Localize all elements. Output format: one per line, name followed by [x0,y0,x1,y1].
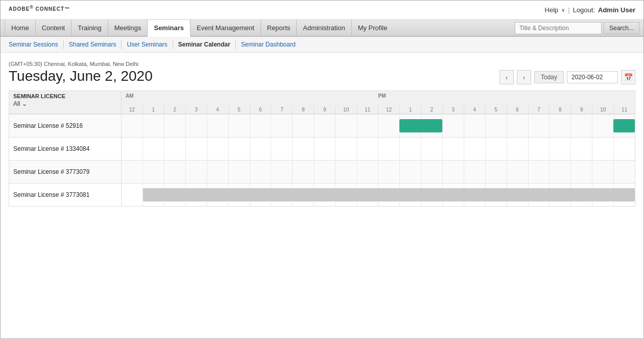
license-column-header: SEMINAR LICENCE All ⌄ [9,91,122,114]
time-slot-7: 7 [271,106,292,114]
time-slot-17: 5 [485,106,507,114]
table-row: Seminar License # 52916 [9,114,635,137]
table-row: Seminar License # 1334084 [9,137,635,160]
sub-seminar-dashboard[interactable]: Seminar Dashboard [236,40,301,49]
nav-content[interactable]: Content [36,20,72,36]
timeline-cell [122,184,635,206]
event-block[interactable] [613,119,635,132]
search-bar: Search... [515,22,639,34]
time-slot-5: 5 [228,106,250,114]
time-slot-1: 1 [142,106,164,114]
time-slot-15: 3 [442,106,464,114]
timeline-cell [122,161,635,183]
time-slot-2: 2 [164,106,185,114]
top-bar: ADOBE® CONNECT™ Help ∨ | Logout: Admin U… [1,1,643,20]
date-left: (GMT+05:30) Chennai, Kolkata, Mumbai, Ne… [9,61,153,84]
table-row: Seminar License # 3773081 [9,183,635,206]
nav-reports[interactable]: Reports [261,20,297,36]
date-header: (GMT+05:30) Chennai, Kolkata, Mumbai, Ne… [9,61,635,84]
nav-event-management[interactable]: Event Management [190,20,261,36]
nav-seminars[interactable]: Seminars [148,20,190,37]
separator-1: | [568,6,569,14]
sub-user-seminars[interactable]: User Seminars [122,40,173,49]
nav-my-profile[interactable]: My Profile [352,20,394,36]
time-slot-8: 8 [292,106,314,114]
time-slot-10: 10 [335,106,356,114]
time-slot-18: 6 [507,106,528,114]
time-slot-20: 8 [549,106,570,114]
sub-nav: Seminar Sessions Shared Seminars User Se… [1,37,643,53]
sub-seminar-sessions[interactable]: Seminar Sessions [9,40,64,49]
sub-shared-seminars[interactable]: Shared Seminars [64,40,122,49]
time-slot-22: 10 [592,106,613,114]
timezone-label: (GMT+05:30) Chennai, Kolkata, Mumbai, Ne… [9,61,153,67]
pm-label: PM [378,93,386,99]
am-label: AM [126,93,134,99]
nav-meetings[interactable]: Meetings [108,20,148,36]
today-button[interactable]: Today [534,71,564,83]
timeline-column-header: AM PM 12 1 2 3 4 5 6 7 [122,91,635,114]
license-cell: Seminar License # 3773081 [9,184,122,206]
time-slot-16: 4 [464,106,485,114]
time-slot-21: 9 [570,106,592,114]
calendar-header: SEMINAR LICENCE All ⌄ AM PM [9,91,635,114]
license-header-label: SEMINAR LICENCE [13,93,117,99]
time-slot-19: 7 [528,106,550,114]
logout-label: Logout: [573,6,595,14]
search-input[interactable] [515,22,602,34]
calendar-icon[interactable]: 📅 [621,70,635,84]
timeline-cell [122,138,635,160]
license-cell: Seminar License # 3773079 [9,161,122,183]
timeline-cell [122,115,635,137]
time-slot-4: 4 [207,106,228,114]
time-slot-12: 12 [378,106,399,114]
time-slot-6: 6 [250,106,271,114]
license-cell: Seminar License # 52916 [9,115,122,137]
content-area: (GMT+05:30) Chennai, Kolkata, Mumbai, Ne… [1,53,643,338]
search-button[interactable]: Search... [604,22,639,34]
event-block[interactable] [399,119,442,132]
disabled-block [143,188,635,201]
date-controls: ‹ › Today 📅 [499,70,635,84]
time-slot-13: 1 [399,106,421,114]
calendar-grid: SEMINAR LICENCE All ⌄ AM PM [9,91,635,207]
top-right-bar: Help ∨ | Logout: Admin User [545,6,635,14]
nav-home[interactable]: Home [5,20,36,36]
time-slot-11: 11 [356,106,378,114]
admin-name: Admin User [598,6,635,14]
prev-arrow[interactable]: ‹ [499,70,514,84]
all-label: All [13,100,20,107]
sub-seminar-calendar[interactable]: Seminar Calendar [173,40,236,49]
license-cell: Seminar License # 1334084 [9,138,122,160]
time-slot-0: 12 [122,106,142,114]
main-nav: Home Content Training Meetings Seminars … [1,20,643,37]
logo: ADOBE® CONNECT™ [9,5,70,15]
help-chevron: ∨ [561,7,565,13]
next-arrow[interactable]: › [517,70,531,84]
time-slot-9: 9 [314,106,335,114]
date-title: Tuesday, June 2, 2020 [9,68,153,84]
logo-text: ADOBE® CONNECT™ [9,6,70,12]
time-slot-14: 2 [421,106,442,114]
nav-administration[interactable]: Administration [297,20,351,36]
time-slot-3: 3 [185,106,207,114]
date-input[interactable] [567,71,618,83]
help-link[interactable]: Help [545,6,559,14]
filter-chevron[interactable]: ⌄ [22,100,27,107]
table-row: Seminar License # 3773079 [9,160,635,183]
time-slot-23: 11 [613,106,635,114]
nav-training[interactable]: Training [71,20,108,36]
